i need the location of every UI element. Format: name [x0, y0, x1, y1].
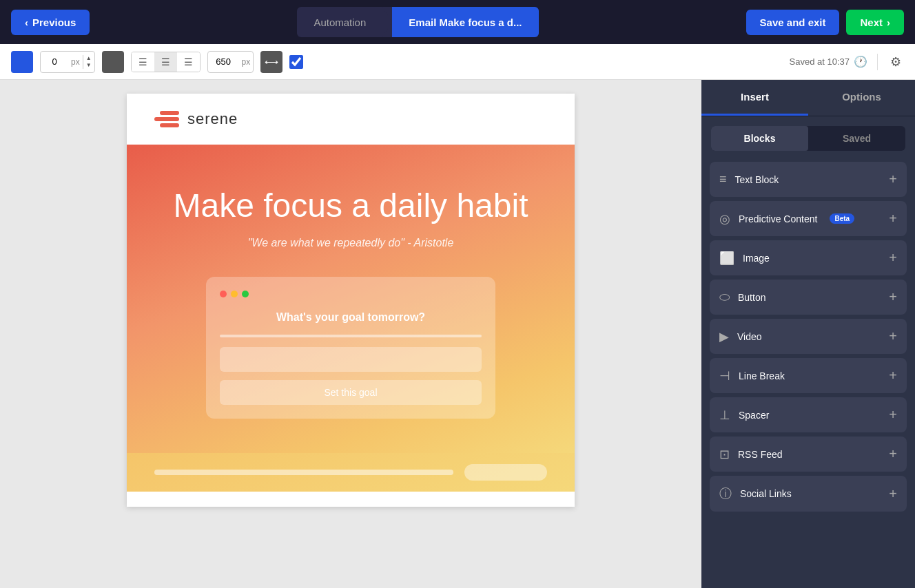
toggle-blocks[interactable]: Blocks — [711, 126, 808, 151]
video-icon: ▶ — [719, 329, 729, 344]
social-links-add-button[interactable]: + — [889, 486, 897, 502]
bottom-bar-btn — [464, 464, 547, 481]
dot-red — [220, 291, 227, 297]
spacer-add-button[interactable]: + — [889, 407, 897, 423]
previous-icon: ‹ — [25, 17, 28, 28]
next-icon: › — [887, 17, 890, 28]
block-item-left-image: ⬜Image — [719, 251, 770, 266]
save-exit-button[interactable]: Save and exit — [746, 10, 840, 35]
spinner-up[interactable]: ▲ — [83, 55, 94, 62]
block-item-text-block[interactable]: ≡Text Block+ — [710, 162, 907, 197]
width-input[interactable] — [208, 56, 239, 67]
align-right-button[interactable]: ☰ — [177, 52, 200, 72]
block-item-left-social-links: ⓘSocial Links — [719, 485, 792, 502]
email-container: serene Make focus a daily habit "We are … — [127, 94, 575, 507]
predictive-content-add-button[interactable]: + — [889, 211, 897, 227]
block-item-social-links[interactable]: ⓘSocial Links+ — [710, 476, 907, 512]
right-sidebar: Insert Options Blocks Saved ≡Text Block+… — [701, 80, 915, 588]
width-input-group: px — [207, 51, 254, 73]
color-picker[interactable] — [11, 51, 33, 73]
history-icon[interactable]: 🕐 — [854, 55, 867, 68]
line-break-label: Line Break — [739, 370, 785, 381]
video-add-button[interactable]: + — [889, 328, 897, 344]
toolbar: px ▲ ▼ ☰ ☰ ☰ px ⟷ Saved at 10:37 🕐 ⚙ — [0, 44, 915, 80]
previous-label: Previous — [32, 17, 76, 28]
predictive-content-badge: Beta — [830, 213, 854, 224]
spacer-label: Spacer — [739, 410, 769, 421]
block-item-image[interactable]: ⬜Image+ — [710, 240, 907, 275]
window-question: What's your goal tomorrow? — [220, 311, 482, 324]
email-logo-section: serene — [127, 94, 575, 145]
button-icon: ⬭ — [719, 290, 730, 304]
breadcrumb-arrow — [382, 7, 392, 37]
block-item-video[interactable]: ▶Video+ — [710, 319, 907, 354]
window-dots — [220, 291, 482, 297]
block-item-left-button: ⬭Button — [719, 290, 765, 304]
bottom-bar-line-1 — [154, 470, 453, 475]
dot-green — [242, 291, 249, 297]
block-item-left-spacer: ⊥Spacer — [719, 408, 769, 423]
block-item-left-predictive-content: ◎Predictive ContentBeta — [719, 211, 854, 227]
padding-input[interactable] — [41, 56, 68, 67]
padding-input-group: px ▲ ▼ — [40, 51, 95, 73]
blocks-toggle: Blocks Saved — [711, 126, 905, 151]
logo-bar-1 — [160, 111, 179, 115]
rss-feed-add-button[interactable]: + — [889, 446, 897, 462]
previous-button[interactable]: ‹ Previous — [11, 10, 90, 35]
window-input[interactable] — [220, 347, 482, 372]
saved-status: Saved at 10:37 🕐 — [790, 55, 867, 68]
text-block-add-button[interactable]: + — [889, 171, 897, 187]
checkbox-input[interactable] — [289, 55, 303, 69]
align-center-button[interactable]: ☰ — [154, 52, 177, 72]
image-icon: ⬜ — [719, 251, 734, 266]
block-item-button[interactable]: ⬭Button+ — [710, 280, 907, 315]
next-button[interactable]: Next › — [846, 10, 904, 35]
block-item-predictive-content[interactable]: ◎Predictive ContentBeta+ — [710, 201, 907, 236]
canvas-area: serene Make focus a daily habit "We are … — [0, 80, 701, 588]
logo-bar-3 — [160, 123, 179, 127]
breadcrumb: Automation Email Make focus a d... — [297, 7, 538, 37]
block-item-spacer[interactable]: ⊥Spacer+ — [710, 397, 907, 432]
email-bottom — [127, 453, 575, 492]
social-links-label: Social Links — [740, 488, 792, 499]
saved-text: Saved at 10:37 — [790, 56, 850, 67]
predictive-content-icon: ◎ — [719, 211, 730, 227]
image-label: Image — [743, 253, 770, 264]
window-set-goal-button[interactable]: Set this goal — [220, 380, 482, 405]
predictive-content-label: Predictive Content — [739, 213, 817, 224]
tab-insert[interactable]: Insert — [701, 80, 808, 116]
logo-bar-2 — [154, 117, 179, 121]
button-add-button[interactable]: + — [889, 289, 897, 305]
block-item-rss-feed[interactable]: ⊡RSS Feed+ — [710, 437, 907, 472]
breadcrumb-step-2[interactable]: Email Make focus a d... — [392, 7, 538, 37]
toggle-saved[interactable]: Saved — [808, 126, 905, 151]
rss-feed-label: RSS Feed — [738, 449, 783, 460]
settings-button[interactable]: ⚙ — [887, 52, 904, 72]
align-left-button[interactable]: ☰ — [132, 52, 154, 72]
block-item-left-rss-feed: ⊡RSS Feed — [719, 447, 783, 462]
main-layout: serene Make focus a daily habit "We are … — [0, 80, 915, 588]
image-add-button[interactable]: + — [889, 250, 897, 266]
next-label: Next — [860, 17, 883, 28]
dot-yellow — [231, 291, 238, 297]
line-break-add-button[interactable]: + — [889, 368, 897, 384]
block-item-left-video: ▶Video — [719, 329, 762, 344]
expand-button[interactable]: ⟷ — [260, 51, 282, 73]
text-block-icon: ≡ — [719, 172, 727, 187]
nav-left: ‹ Previous — [11, 10, 90, 35]
block-item-line-break[interactable]: ⊣Line Break+ — [710, 358, 907, 393]
tab-options[interactable]: Options — [808, 80, 915, 116]
email-hero[interactable]: Make focus a daily habit "We are what we… — [127, 145, 575, 453]
breadcrumb-step-1[interactable]: Automation — [297, 7, 382, 37]
spinner-down[interactable]: ▼ — [83, 62, 94, 69]
text-block-label: Text Block — [735, 174, 779, 185]
rss-feed-icon: ⊡ — [719, 447, 730, 462]
window-progress-bar — [220, 335, 482, 337]
sidebar-tabs: Insert Options — [701, 80, 915, 116]
secondary-color-picker[interactable] — [102, 51, 124, 73]
padding-spinner: ▲ ▼ — [83, 55, 94, 69]
top-nav: ‹ Previous Automation Email Make focus a… — [0, 0, 915, 44]
video-label: Video — [737, 331, 762, 342]
align-group: ☰ ☰ ☰ — [131, 52, 201, 72]
hero-subtitle: "We are what we repeatedly do" - Aristot… — [154, 237, 547, 249]
